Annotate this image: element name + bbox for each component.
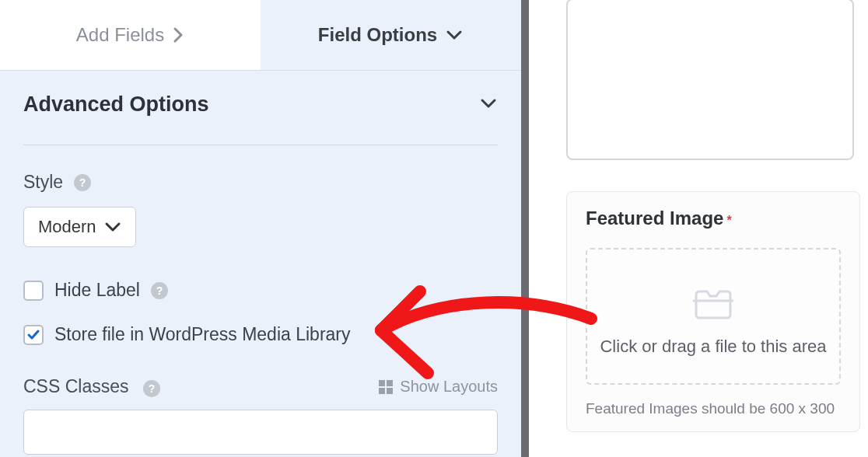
- css-classes-label: CSS Classes: [23, 376, 128, 396]
- svg-rect-2: [379, 388, 385, 394]
- style-select[interactable]: Modern: [23, 207, 136, 247]
- hide-label-text: Hide Label: [54, 280, 140, 301]
- featured-image-label: Featured Image: [586, 208, 723, 228]
- svg-rect-1: [387, 380, 393, 386]
- file-upload-dropzone[interactable]: Click or drag a file to this area: [586, 248, 841, 385]
- preview-field-box[interactable]: [566, 0, 854, 160]
- tab-field-options[interactable]: Field Options: [261, 0, 521, 70]
- store-media-library-text: Store file in WordPress Media Library: [54, 324, 351, 345]
- featured-image-field: Featured Image* Click or drag a file to …: [566, 191, 860, 432]
- svg-rect-3: [387, 388, 393, 394]
- show-layouts-label: Show Layouts: [400, 378, 498, 396]
- chevron-down-icon: [445, 29, 464, 41]
- show-layouts-button[interactable]: Show Layouts: [378, 378, 498, 396]
- chevron-down-icon: [479, 97, 498, 113]
- tab-add-fields[interactable]: Add Fields: [0, 0, 261, 70]
- dropzone-text: Click or drag a file to this area: [595, 337, 831, 357]
- svg-rect-0: [379, 380, 385, 386]
- css-classes-input[interactable]: [23, 410, 498, 455]
- tab-add-fields-label: Add Fields: [76, 24, 164, 46]
- help-icon[interactable]: ?: [74, 174, 91, 191]
- field-options-panel: Add Fields Field Options Advanced Option…: [0, 0, 529, 457]
- advanced-options-title: Advanced Options: [23, 92, 209, 117]
- help-icon[interactable]: ?: [151, 282, 168, 299]
- upload-icon: [691, 282, 735, 319]
- advanced-options-header[interactable]: Advanced Options: [23, 92, 498, 145]
- style-select-value: Modern: [38, 217, 96, 237]
- hide-label-checkbox[interactable]: [23, 281, 44, 301]
- store-media-library-checkbox[interactable]: [23, 325, 44, 345]
- form-preview-panel: Featured Image* Click or drag a file to …: [529, 0, 868, 457]
- featured-image-hint: Featured Images should be 600 x 300: [586, 400, 841, 417]
- builder-tabs: Add Fields Field Options: [0, 0, 521, 71]
- chevron-down-icon: [104, 222, 121, 232]
- grid-icon: [378, 379, 394, 395]
- tab-field-options-label: Field Options: [318, 24, 437, 46]
- help-icon[interactable]: ?: [143, 380, 160, 397]
- required-asterisk: *: [726, 214, 731, 227]
- style-label: Style: [23, 172, 63, 193]
- chevron-right-icon: [172, 26, 184, 44]
